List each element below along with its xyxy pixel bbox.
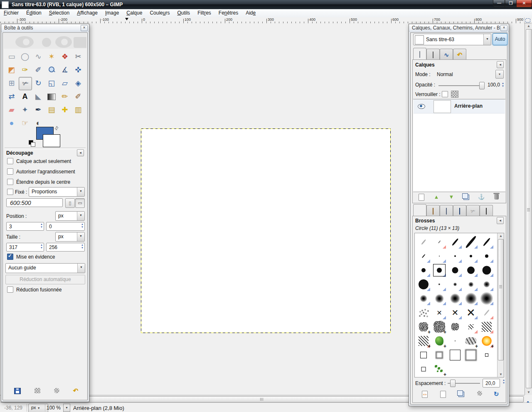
brush-fuzzy[interactable] bbox=[480, 277, 494, 291]
size-width-spinner[interactable]: 317▲▼ bbox=[6, 243, 44, 252]
color-area[interactable]: ⇄ bbox=[28, 125, 66, 148]
zoom-dropdown[interactable]: ▼ bbox=[63, 404, 70, 412]
scissors-select-tool-icon[interactable]: ✂ bbox=[72, 50, 84, 63]
tab-undo-history[interactable]: ↶ bbox=[453, 49, 466, 60]
menu-calque[interactable]: Calque bbox=[123, 9, 146, 17]
position-x-spinner[interactable]: 3▲▼ bbox=[6, 222, 44, 231]
zoom-tool-icon[interactable] bbox=[45, 64, 58, 76]
checkbox-shrink-merged[interactable]: ✓ bbox=[7, 286, 13, 293]
checkbox-lock-pixels[interactable]: ✓ bbox=[442, 91, 448, 97]
brush-dot[interactable] bbox=[416, 263, 431, 277]
spacing-slider-handle[interactable] bbox=[450, 380, 456, 387]
flip-tool-icon[interactable]: ⇄ bbox=[5, 90, 18, 103]
brush-smudge[interactable]: + bbox=[464, 334, 478, 348]
zoom-follow-window-icon[interactable] bbox=[524, 17, 532, 23]
brush-dot[interactable] bbox=[480, 263, 494, 277]
size-unit-dropdown[interactable]: px ▼ bbox=[55, 232, 85, 242]
brush-hatch[interactable] bbox=[464, 320, 478, 334]
brush-fuzzy[interactable] bbox=[464, 277, 478, 291]
brush-dot[interactable] bbox=[432, 249, 446, 263]
tab-channels[interactable] bbox=[426, 49, 440, 60]
toolbox-close-icon[interactable]: ✕ bbox=[81, 25, 88, 31]
delete-layer-button[interactable] bbox=[491, 193, 502, 201]
brush-stroke[interactable] bbox=[416, 249, 431, 263]
brush-x[interactable]: ✕ bbox=[448, 306, 462, 320]
brush-x[interactable]: ✕ bbox=[464, 306, 478, 320]
aspect-ratio-input[interactable]: 600:500 bbox=[6, 198, 63, 207]
brush-stroke[interactable] bbox=[480, 235, 494, 249]
dock-title[interactable]: Calques, Canaux, Chemins, Annuler - B... bbox=[409, 24, 509, 32]
brush-stroke[interactable] bbox=[464, 235, 478, 249]
auto-follow-button[interactable]: Auto bbox=[493, 33, 507, 45]
tab-patterns[interactable] bbox=[426, 205, 440, 217]
brush-fuzzy[interactable] bbox=[448, 291, 462, 306]
menu-edition[interactable]: Édition bbox=[22, 9, 45, 17]
refresh-brushes-button[interactable]: ↻ bbox=[491, 390, 502, 398]
menu-selection[interactable]: Sélection bbox=[45, 9, 73, 17]
tab-tool-presets[interactable]: ✃ bbox=[466, 205, 480, 217]
brush-scrollbar[interactable]: ▲ ▼ bbox=[497, 233, 504, 377]
gradient-tool-icon[interactable] bbox=[45, 90, 58, 103]
checkbox-expand-from-center[interactable]: ✓ bbox=[7, 179, 13, 185]
background-color-swatch[interactable] bbox=[43, 134, 60, 147]
default-colors-icon[interactable] bbox=[29, 140, 35, 147]
dock-close-icon[interactable]: ✕ bbox=[500, 25, 507, 31]
close-button[interactable]: ✕ bbox=[516, 0, 532, 7]
tab-layers[interactable] bbox=[413, 48, 426, 60]
edit-brush-button[interactable]: ✏ bbox=[419, 390, 430, 398]
collapse-icon[interactable]: ◂ bbox=[497, 217, 504, 224]
tab-palettes[interactable] bbox=[480, 205, 493, 217]
brush-x[interactable]: ✕ bbox=[432, 306, 446, 320]
collapse-icon[interactable]: ◂ bbox=[497, 61, 504, 68]
move-tool-icon[interactable]: ✜ bbox=[72, 64, 84, 76]
brush-sqo[interactable] bbox=[416, 362, 431, 376]
mode-dropdown[interactable]: ▼ bbox=[495, 70, 504, 79]
scroll-up-icon[interactable]: ▲ bbox=[526, 24, 531, 28]
guides-dropdown[interactable]: Aucun guide ▼ bbox=[5, 263, 85, 273]
restore-button[interactable]: ❐ bbox=[505, 0, 517, 7]
image-canvas[interactable] bbox=[141, 129, 390, 333]
brush-dot[interactable] bbox=[448, 263, 462, 277]
checkbox-allow-growing[interactable]: ✓ bbox=[7, 168, 13, 175]
duplicate-brush-button[interactable] bbox=[456, 390, 467, 398]
text-tool-icon[interactable]: A bbox=[19, 90, 31, 103]
checkbox-highlight[interactable]: ✓ bbox=[7, 254, 13, 260]
checkbox-fixed[interactable]: ✓ bbox=[7, 189, 13, 195]
brush-texture[interactable] bbox=[448, 320, 462, 334]
visibility-eye-icon[interactable] bbox=[418, 104, 425, 109]
opacity-slider[interactable] bbox=[438, 85, 484, 86]
menu-filtres[interactable]: Filtres bbox=[194, 9, 215, 17]
brush-dot[interactable] bbox=[448, 249, 462, 263]
menu-affichage[interactable]: Affichage bbox=[73, 9, 101, 17]
foreground-select-tool-icon[interactable]: ◩ bbox=[5, 64, 18, 76]
brush-sqo[interactable] bbox=[480, 348, 494, 362]
raise-layer-button[interactable]: ▲ bbox=[431, 193, 442, 201]
lower-layer-button[interactable]: ▼ bbox=[446, 193, 457, 201]
brush-fuzzy[interactable] bbox=[480, 291, 494, 306]
position-y-spinner[interactable]: 0▲▼ bbox=[46, 222, 85, 231]
perspective-clone-tool-icon[interactable]: ▥ bbox=[72, 104, 84, 116]
crop-tool-icon[interactable]: ✃ bbox=[19, 77, 32, 90]
collapse-icon[interactable]: ◂ bbox=[77, 149, 84, 156]
brush-hatch[interactable] bbox=[480, 320, 494, 334]
layer-row[interactable]: Arrière-plan bbox=[414, 99, 505, 113]
portrait-icon[interactable]: ▯ bbox=[65, 198, 75, 208]
brush-dot[interactable] bbox=[448, 334, 462, 348]
delete-brush-button[interactable] bbox=[474, 390, 485, 398]
align-tool-icon[interactable]: ⊞ bbox=[5, 77, 18, 89]
menu-fenetres[interactable]: Fenêtres bbox=[215, 9, 242, 17]
brush-sqf[interactable] bbox=[464, 348, 478, 362]
brush-scrollbar-thumb[interactable] bbox=[498, 239, 504, 360]
color-picker-tool-icon[interactable]: ✐ bbox=[32, 64, 44, 76]
brush-dot[interactable] bbox=[432, 263, 446, 277]
brush-dot[interactable] bbox=[416, 277, 431, 291]
tab-gradients[interactable] bbox=[440, 205, 453, 217]
brush-hatch[interactable]: + bbox=[416, 334, 431, 348]
scroll-up-icon[interactable]: ▲ bbox=[498, 234, 503, 238]
brush-pepper[interactable]: + bbox=[432, 334, 446, 348]
minimize-button[interactable]: — bbox=[493, 0, 505, 7]
brush-stroke[interactable] bbox=[448, 235, 462, 249]
ink-tool-icon[interactable]: ✒ bbox=[32, 104, 44, 116]
restore-options-icon[interactable] bbox=[33, 387, 42, 395]
menu-fichier[interactable]: Fichier bbox=[0, 9, 22, 17]
